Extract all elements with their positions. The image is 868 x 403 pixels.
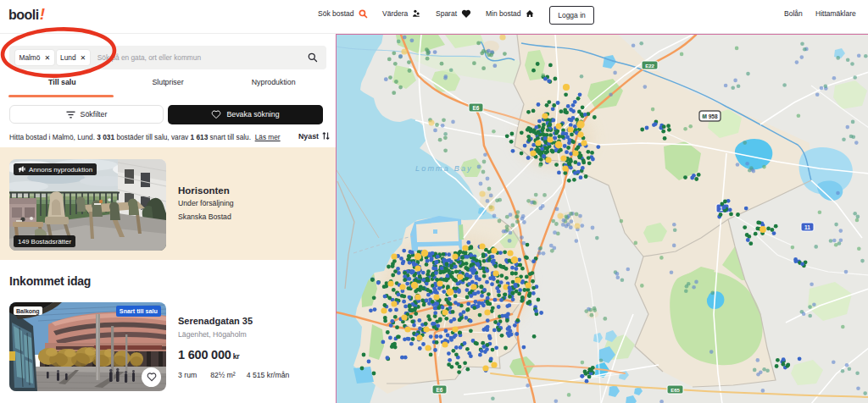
- svg-text:11: 11: [804, 224, 810, 230]
- svg-text:E65: E65: [670, 388, 680, 393]
- svg-text:E6: E6: [473, 105, 480, 111]
- svg-text:E22: E22: [645, 63, 654, 69]
- svg-text:E6: E6: [437, 387, 443, 393]
- svg-text:Lomma Bay: Lomma Bay: [415, 164, 473, 173]
